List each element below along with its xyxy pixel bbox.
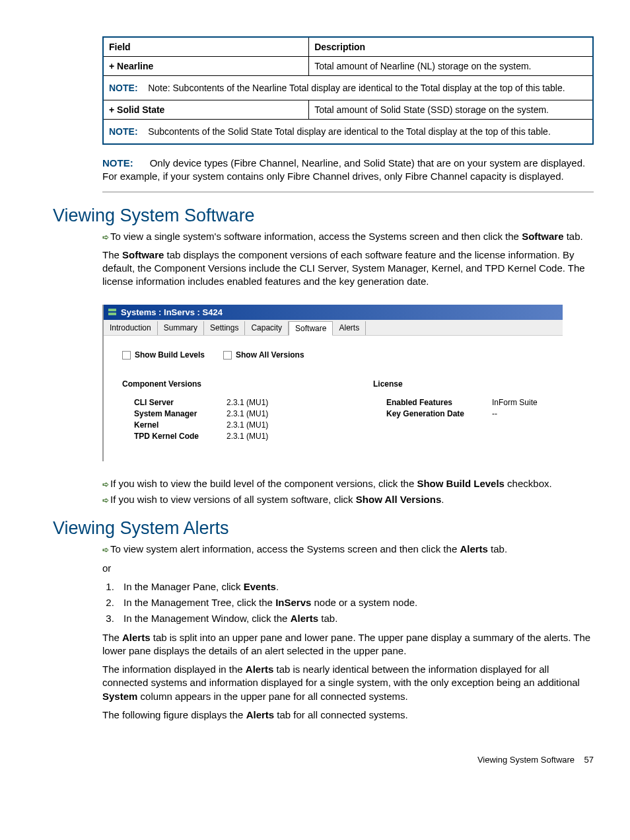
cell-description: Total amount of Nearline (NL) storage on…	[309, 57, 593, 76]
component-row: Kernel2.3.1 (MU1)	[122, 420, 333, 430]
arrow-icon: ➪	[102, 232, 110, 243]
note-label: NOTE:	[102, 157, 133, 169]
list-item: In the Management Tree, click the InServ…	[117, 596, 594, 609]
instruction-line: ➪To view system alert information, acces…	[102, 543, 594, 556]
checkbox-show-build-levels[interactable]: Show Build Levels	[122, 350, 205, 360]
note-label: NOTE:	[109, 83, 138, 93]
tab-settings[interactable]: Settings	[204, 321, 245, 335]
page-footer: Viewing System Software 57	[53, 755, 594, 765]
field-description-table: Field Description + Nearline Total amoun…	[102, 36, 594, 145]
table-row: + Solid State Total amount of Solid Stat…	[103, 100, 593, 120]
software-screenshot: Systems : InServs : S424 Introduction Su…	[102, 305, 563, 461]
table-header-description: Description	[309, 37, 593, 57]
window-title-bar: Systems : InServs : S424	[104, 305, 563, 320]
tab-summary[interactable]: Summary	[158, 321, 204, 335]
list-item: In the Management Window, click the Aler…	[117, 612, 594, 625]
cell-description: Total amount of Solid State (SSD) storag…	[309, 100, 593, 120]
or-text: or	[102, 562, 594, 575]
section-heading-software: Viewing System Software	[53, 206, 594, 226]
window-title: Systems : InServs : S424	[121, 307, 223, 317]
body-paragraph: The Alerts tab is split into an upper pa…	[102, 631, 594, 658]
section-heading-alerts: Viewing System Alerts	[53, 518, 594, 539]
table-row: + Nearline Total amount of Nearline (NL)…	[103, 57, 593, 76]
checkbox-icon	[122, 351, 131, 360]
note-paragraph: NOTE: Only device types (Fibre Channel, …	[102, 157, 594, 192]
note-text: Only device types (Fibre Channel, Nearli…	[102, 157, 585, 182]
page-number: 57	[584, 755, 594, 765]
table-note-row: NOTE: Note: Subcontents of the Nearline …	[103, 76, 593, 100]
checkbox-icon	[223, 351, 232, 360]
tab-alerts[interactable]: Alerts	[333, 321, 366, 335]
component-row: System Manager2.3.1 (MU1)	[122, 409, 333, 418]
arrow-icon: ➪	[102, 545, 110, 555]
tab-capacity[interactable]: Capacity	[245, 321, 289, 335]
component-row: TPD Kernel Code2.3.1 (MU1)	[122, 432, 333, 441]
svg-rect-0	[108, 309, 116, 311]
footer-title: Viewing System Software	[477, 755, 575, 765]
list-item: In the Manager Pane, click Events.	[117, 580, 594, 593]
instruction-line: ➪To view a single system's software info…	[102, 230, 594, 243]
note-label: NOTE:	[109, 126, 138, 137]
body-paragraph: The following figure displays the Alerts…	[102, 708, 594, 722]
arrow-icon: ➪	[102, 495, 110, 506]
cell-field: + Solid State	[103, 100, 309, 120]
body-paragraph: The information displayed in the Alerts …	[102, 663, 594, 703]
body-paragraph: The Software tab displays the component …	[102, 248, 594, 289]
arrow-icon: ➪	[102, 479, 110, 490]
note-text: Note: Subcontents of the Nearline Total …	[148, 83, 565, 93]
instruction-line: ➪If you wish to view the build level of …	[102, 477, 594, 490]
window-icon	[108, 307, 117, 317]
tab-introduction[interactable]: Introduction	[104, 321, 158, 335]
license-heading: License	[373, 379, 544, 389]
table-note-row: NOTE: Subcontents of the Solid State Tot…	[103, 120, 593, 145]
svg-rect-1	[108, 313, 116, 315]
table-header-field: Field	[103, 37, 309, 57]
checkbox-show-all-versions[interactable]: Show All Versions	[223, 350, 304, 360]
component-row: CLI Server2.3.1 (MU1)	[122, 398, 333, 407]
instruction-line: ➪If you wish to view versions of all sys…	[102, 493, 594, 506]
cell-field: + Nearline	[103, 57, 309, 76]
license-row: Enabled FeaturesInForm Suite	[373, 398, 544, 407]
tabs-row: Introduction Summary Settings Capacity S…	[104, 320, 563, 336]
numbered-list: In the Manager Pane, click Events. In th…	[102, 580, 594, 626]
tab-software[interactable]: Software	[289, 321, 333, 336]
component-versions-heading: Component Versions	[122, 379, 333, 389]
license-row: Key Generation Date--	[373, 409, 544, 418]
note-text: Subcontents of the Solid State Total dis…	[148, 126, 551, 137]
